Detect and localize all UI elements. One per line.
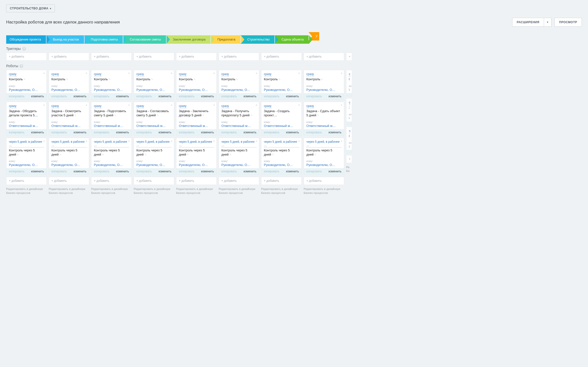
- close-icon[interactable]: ×: [43, 140, 45, 143]
- copy-button[interactable]: копировать: [221, 95, 237, 98]
- copy-button[interactable]: копировать: [9, 170, 24, 173]
- copy-button[interactable]: копировать: [51, 95, 67, 98]
- whom-link[interactable]: Ру: [349, 145, 349, 148]
- edit-button[interactable]: изменить: [201, 95, 214, 98]
- whom-link[interactable]: Руководителю, О…: [221, 163, 256, 167]
- robot-timing[interactable]: через 5 дней, в рабочее …: [264, 140, 299, 147]
- robot-timing[interactable]: сразу: [179, 72, 187, 76]
- bp-designer-link[interactable]: Редактировать в дизайнере Бизнес-процесс…: [176, 187, 217, 195]
- whom-link[interactable]: Ответственный м…: [306, 124, 341, 128]
- stage-pill[interactable]: Согласование сметы: [123, 35, 167, 44]
- copy-button[interactable]: копировать: [264, 131, 279, 134]
- preview-button[interactable]: ПРОСМОТР: [554, 18, 582, 27]
- close-icon[interactable]: ×: [298, 103, 300, 107]
- add-robot-button[interactable]: + добавить: [261, 177, 302, 185]
- pencil-icon[interactable]: ✎: [317, 114, 319, 117]
- pencil-icon[interactable]: ✎: [157, 114, 159, 117]
- robot-timing[interactable]: через 5 дней, в рабочее …: [179, 140, 214, 147]
- edit-button[interactable]: изменить: [116, 170, 129, 173]
- add-trigger-button[interactable]: + добавить: [176, 53, 217, 61]
- edit-button[interactable]: изменить: [159, 95, 171, 98]
- robot-timing[interactable]: через 5 дней, в рабочее …: [136, 140, 171, 147]
- whom-link[interactable]: Ответственный м…: [179, 124, 214, 128]
- copy-button[interactable]: копировать: [306, 170, 322, 173]
- bp-designer-link[interactable]: Редактировать в дизайнере Бизнес-процесс…: [261, 187, 302, 195]
- close-icon[interactable]: ×: [298, 140, 300, 143]
- whom-link[interactable]: Руководителю, О…: [9, 88, 44, 92]
- pencil-icon[interactable]: ✎: [236, 78, 238, 81]
- copy-button[interactable]: копировать: [136, 170, 152, 173]
- close-icon[interactable]: ×: [128, 103, 130, 107]
- close-icon[interactable]: ×: [298, 72, 300, 75]
- copy-button[interactable]: копировать: [264, 170, 279, 173]
- pencil-icon[interactable]: ✎: [59, 153, 62, 156]
- edit-button[interactable]: изменить: [244, 95, 256, 98]
- edit-button[interactable]: изменить: [286, 131, 299, 134]
- whom-link[interactable]: Руководителю, О…: [179, 88, 214, 92]
- whom-link[interactable]: Руководителю, О…: [306, 163, 341, 167]
- robot-timing[interactable]: сразу: [94, 72, 102, 76]
- add-robot-button[interactable]: + добавить: [6, 177, 47, 185]
- copy-button[interactable]: копировать: [179, 170, 194, 173]
- close-icon[interactable]: ×: [85, 140, 87, 143]
- close-icon[interactable]: ×: [128, 72, 130, 75]
- whom-link[interactable]: Ответственный м…: [136, 124, 171, 128]
- edit-button[interactable]: изменить: [286, 95, 299, 98]
- edit-button[interactable]: изменить: [31, 131, 44, 134]
- pencil-icon[interactable]: ✎: [74, 114, 76, 117]
- pencil-icon[interactable]: ✎: [151, 78, 153, 81]
- whom-link[interactable]: Руководителю, О…: [221, 88, 256, 92]
- whom-link[interactable]: Руководителю, О…: [136, 163, 171, 167]
- edit-button[interactable]: изменить: [201, 170, 214, 173]
- pencil-icon[interactable]: ✎: [108, 78, 111, 81]
- edit-button[interactable]: изменить: [74, 131, 86, 134]
- pencil-icon[interactable]: ✎: [114, 114, 116, 117]
- edit-button[interactable]: изменить: [329, 170, 341, 173]
- close-icon[interactable]: ×: [170, 140, 172, 143]
- extensions-button[interactable]: РАСШИРЕНИЯ: [512, 18, 544, 27]
- bp-designer-link[interactable]: Редактировать в дизайнере Бизнес-процесс…: [219, 187, 259, 195]
- copy-button[interactable]: копировать: [51, 170, 67, 173]
- bp-designer-link[interactable]: Редактировать в дизайнере Бизнес-процесс…: [134, 187, 174, 195]
- add-trigger-button[interactable]: + добавить: [304, 53, 344, 61]
- robot-timing[interactable]: сразу: [264, 104, 272, 108]
- add-robot-button[interactable]: + добавить: [304, 177, 344, 185]
- add-robot-button[interactable]: + добавить: [49, 177, 89, 185]
- stage-pill[interactable]: Сдача объекта: [274, 35, 309, 44]
- edit-button[interactable]: изменить: [159, 131, 171, 134]
- pencil-icon[interactable]: ✎: [187, 153, 189, 156]
- robot-timing[interactable]: через 5 дней, в рабочее …: [9, 140, 44, 147]
- copy-button[interactable]: копировать: [136, 95, 152, 98]
- close-icon[interactable]: ×: [340, 103, 342, 107]
- add-robot-button[interactable]: + добавить: [91, 177, 132, 185]
- edit-button[interactable]: изменить: [201, 131, 214, 134]
- robot-timing[interactable]: сразу: [136, 104, 144, 108]
- pencil-icon[interactable]: ✎: [202, 114, 204, 117]
- edit-button[interactable]: изменить: [116, 131, 129, 134]
- whom-link[interactable]: Ответственный м…: [9, 124, 44, 128]
- copy-button[interactable]: копировать: [306, 131, 322, 134]
- edit-button[interactable]: изменить: [74, 170, 86, 173]
- pencil-icon[interactable]: ✎: [102, 153, 104, 156]
- add-trigger-button[interactable]: + добавить: [219, 53, 259, 61]
- add-trigger-button[interactable]: +: [346, 53, 352, 61]
- add-trigger-button[interactable]: + добавить: [134, 53, 174, 61]
- add-trigger-button[interactable]: + добавить: [49, 53, 89, 61]
- stage-pill[interactable]: Обсуждение проекта: [6, 35, 46, 44]
- copy-button[interactable]: копировать: [179, 131, 194, 134]
- edit-button[interactable]: изменить: [244, 170, 256, 173]
- copy-button[interactable]: копировать: [306, 95, 322, 98]
- copy-button[interactable]: копировать: [136, 131, 152, 134]
- close-icon[interactable]: ×: [213, 72, 215, 75]
- whom-link[interactable]: Ответственный м…: [51, 124, 86, 128]
- whom-link[interactable]: Руководителю, О…: [94, 88, 129, 92]
- edit-button[interactable]: изменить: [329, 95, 341, 98]
- whom-link[interactable]: Руководителю, О…: [306, 88, 341, 92]
- close-icon[interactable]: ×: [213, 140, 215, 143]
- copy-button[interactable]: копировать: [9, 95, 24, 98]
- copy-button[interactable]: копировать: [221, 131, 237, 134]
- extensions-dropdown[interactable]: ▼: [544, 18, 551, 27]
- whom-link[interactable]: Руководителю, О…: [264, 163, 299, 167]
- pencil-icon[interactable]: ✎: [66, 78, 68, 81]
- whom-link[interactable]: Ответственный м…: [221, 124, 256, 128]
